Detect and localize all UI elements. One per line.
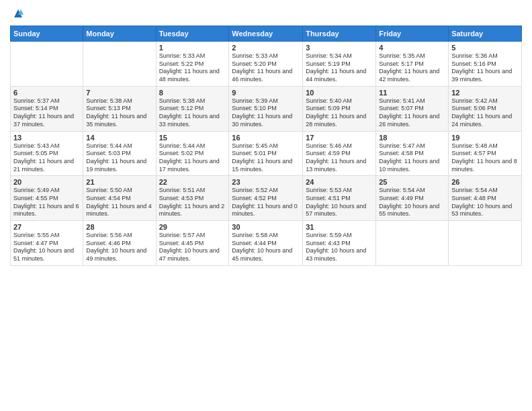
calendar-header-row: SundayMondayTuesdayWednesdayThursdayFrid…: [11, 26, 522, 42]
day-number: 3: [306, 44, 373, 52]
calendar-cell: 16Sunrise: 5:45 AMSunset: 5:01 PMDayligh…: [229, 131, 303, 176]
day-number: 25: [379, 178, 445, 186]
calendar-cell: 17Sunrise: 5:46 AMSunset: 4:59 PMDayligh…: [303, 131, 376, 176]
calendar-cell: 1Sunrise: 5:33 AMSunset: 5:22 PMDaylight…: [156, 42, 229, 87]
day-number: 8: [159, 89, 226, 97]
day-number: 13: [13, 134, 80, 142]
cell-content: Sunrise: 5:54 AMSunset: 4:48 PMDaylight:…: [451, 187, 519, 218]
day-number: 23: [232, 178, 300, 186]
day-number: 17: [306, 134, 373, 142]
day-number: 29: [159, 223, 226, 231]
day-number: 4: [379, 44, 445, 52]
calendar-cell: 24Sunrise: 5:53 AMSunset: 4:51 PMDayligh…: [303, 176, 376, 221]
calendar-cell: 28Sunrise: 5:56 AMSunset: 4:46 PMDayligh…: [83, 221, 156, 266]
calendar-cell: 14Sunrise: 5:44 AMSunset: 5:03 PMDayligh…: [83, 131, 156, 176]
day-number: 10: [306, 89, 373, 97]
calendar-week-row: 6Sunrise: 5:37 AMSunset: 5:14 PMDaylight…: [11, 86, 522, 131]
calendar-week-row: 13Sunrise: 5:43 AMSunset: 5:05 PMDayligh…: [11, 131, 522, 176]
calendar-cell: 25Sunrise: 5:54 AMSunset: 4:49 PMDayligh…: [376, 176, 449, 221]
day-number: 28: [86, 223, 152, 231]
cell-content: Sunrise: 5:49 AMSunset: 4:55 PMDaylight:…: [13, 187, 80, 218]
day-number: 1: [159, 44, 226, 52]
cell-content: Sunrise: 5:44 AMSunset: 5:02 PMDaylight:…: [159, 142, 226, 174]
day-number: 12: [451, 89, 519, 97]
calendar-cell: 6Sunrise: 5:37 AMSunset: 5:14 PMDaylight…: [11, 86, 83, 131]
header: [10, 7, 522, 20]
header-day-thursday: Thursday: [303, 26, 376, 42]
calendar-cell: 4Sunrise: 5:35 AMSunset: 5:17 PMDaylight…: [376, 42, 449, 87]
cell-content: Sunrise: 5:57 AMSunset: 4:45 PMDaylight:…: [159, 232, 226, 263]
logo-icon: [11, 7, 25, 20]
day-number: 19: [451, 134, 519, 142]
calendar-cell: 21Sunrise: 5:50 AMSunset: 4:54 PMDayligh…: [83, 176, 156, 221]
calendar-cell: 11Sunrise: 5:41 AMSunset: 5:07 PMDayligh…: [376, 86, 449, 131]
day-number: 9: [232, 89, 300, 97]
day-number: 14: [86, 134, 152, 142]
day-number: 15: [159, 134, 226, 142]
cell-content: Sunrise: 5:56 AMSunset: 4:46 PMDaylight:…: [86, 232, 152, 263]
cell-content: Sunrise: 5:35 AMSunset: 5:17 PMDaylight:…: [379, 52, 445, 84]
calendar-cell: [83, 42, 156, 87]
cell-content: Sunrise: 5:36 AMSunset: 5:16 PMDaylight:…: [451, 52, 519, 84]
calendar-cell: 13Sunrise: 5:43 AMSunset: 5:05 PMDayligh…: [11, 131, 83, 176]
cell-content: Sunrise: 5:38 AMSunset: 5:12 PMDaylight:…: [159, 97, 226, 129]
header-day-saturday: Saturday: [449, 26, 522, 42]
calendar-cell: 27Sunrise: 5:55 AMSunset: 4:47 PMDayligh…: [11, 221, 83, 266]
cell-content: Sunrise: 5:33 AMSunset: 5:22 PMDaylight:…: [159, 52, 226, 84]
calendar-cell: 23Sunrise: 5:52 AMSunset: 4:52 PMDayligh…: [229, 176, 303, 221]
calendar-cell: [449, 221, 522, 266]
day-number: 27: [13, 223, 80, 231]
cell-content: Sunrise: 5:46 AMSunset: 4:59 PMDaylight:…: [306, 142, 373, 174]
calendar-cell: 12Sunrise: 5:42 AMSunset: 5:06 PMDayligh…: [449, 86, 522, 131]
cell-content: Sunrise: 5:55 AMSunset: 4:47 PMDaylight:…: [13, 232, 80, 263]
calendar-cell: 5Sunrise: 5:36 AMSunset: 5:16 PMDaylight…: [449, 42, 522, 87]
calendar-cell: 7Sunrise: 5:38 AMSunset: 5:13 PMDaylight…: [83, 86, 156, 131]
calendar-cell: 15Sunrise: 5:44 AMSunset: 5:02 PMDayligh…: [156, 131, 229, 176]
cell-content: Sunrise: 5:42 AMSunset: 5:06 PMDaylight:…: [451, 97, 519, 129]
calendar-cell: [376, 221, 449, 266]
cell-content: Sunrise: 5:51 AMSunset: 4:53 PMDaylight:…: [159, 187, 226, 218]
day-number: 26: [451, 178, 519, 186]
day-number: 30: [232, 223, 300, 231]
header-day-wednesday: Wednesday: [229, 26, 303, 42]
day-number: 11: [379, 89, 445, 97]
calendar-week-row: 1Sunrise: 5:33 AMSunset: 5:22 PMDaylight…: [11, 42, 522, 87]
header-day-sunday: Sunday: [11, 26, 83, 42]
day-number: 31: [306, 223, 373, 231]
cell-content: Sunrise: 5:59 AMSunset: 4:43 PMDaylight:…: [306, 232, 373, 263]
calendar-cell: 30Sunrise: 5:58 AMSunset: 4:44 PMDayligh…: [229, 221, 303, 266]
day-number: 5: [451, 44, 519, 52]
calendar-cell: 22Sunrise: 5:51 AMSunset: 4:53 PMDayligh…: [156, 176, 229, 221]
calendar-week-row: 27Sunrise: 5:55 AMSunset: 4:47 PMDayligh…: [11, 221, 522, 266]
header-day-monday: Monday: [83, 26, 156, 42]
calendar-cell: [11, 42, 83, 87]
cell-content: Sunrise: 5:39 AMSunset: 5:10 PMDaylight:…: [232, 97, 300, 129]
cell-content: Sunrise: 5:52 AMSunset: 4:52 PMDaylight:…: [232, 187, 300, 218]
cell-content: Sunrise: 5:33 AMSunset: 5:20 PMDaylight:…: [232, 52, 300, 84]
logo: [10, 7, 25, 20]
day-number: 7: [86, 89, 152, 97]
day-number: 22: [159, 178, 226, 186]
calendar-cell: 19Sunrise: 5:48 AMSunset: 4:57 PMDayligh…: [449, 131, 522, 176]
day-number: 20: [13, 178, 80, 186]
cell-content: Sunrise: 5:40 AMSunset: 5:09 PMDaylight:…: [306, 97, 373, 129]
cell-content: Sunrise: 5:34 AMSunset: 5:19 PMDaylight:…: [306, 52, 373, 84]
cell-content: Sunrise: 5:38 AMSunset: 5:13 PMDaylight:…: [86, 97, 152, 129]
calendar-cell: 18Sunrise: 5:47 AMSunset: 4:58 PMDayligh…: [376, 131, 449, 176]
calendar-table: SundayMondayTuesdayWednesdayThursdayFrid…: [10, 26, 522, 266]
cell-content: Sunrise: 5:53 AMSunset: 4:51 PMDaylight:…: [306, 187, 373, 218]
cell-content: Sunrise: 5:48 AMSunset: 4:57 PMDaylight:…: [451, 142, 519, 174]
day-number: 16: [232, 134, 300, 142]
calendar-cell: 20Sunrise: 5:49 AMSunset: 4:55 PMDayligh…: [11, 176, 83, 221]
cell-content: Sunrise: 5:58 AMSunset: 4:44 PMDaylight:…: [232, 232, 300, 263]
cell-content: Sunrise: 5:54 AMSunset: 4:49 PMDaylight:…: [379, 187, 445, 218]
calendar-cell: 3Sunrise: 5:34 AMSunset: 5:19 PMDaylight…: [303, 42, 376, 87]
header-day-tuesday: Tuesday: [156, 26, 229, 42]
cell-content: Sunrise: 5:50 AMSunset: 4:54 PMDaylight:…: [86, 187, 152, 218]
day-number: 6: [13, 89, 80, 97]
cell-content: Sunrise: 5:44 AMSunset: 5:03 PMDaylight:…: [86, 142, 152, 174]
cell-content: Sunrise: 5:47 AMSunset: 4:58 PMDaylight:…: [379, 142, 445, 174]
cell-content: Sunrise: 5:43 AMSunset: 5:05 PMDaylight:…: [13, 142, 80, 174]
calendar-cell: 8Sunrise: 5:38 AMSunset: 5:12 PMDaylight…: [156, 86, 229, 131]
day-number: 24: [306, 178, 373, 186]
